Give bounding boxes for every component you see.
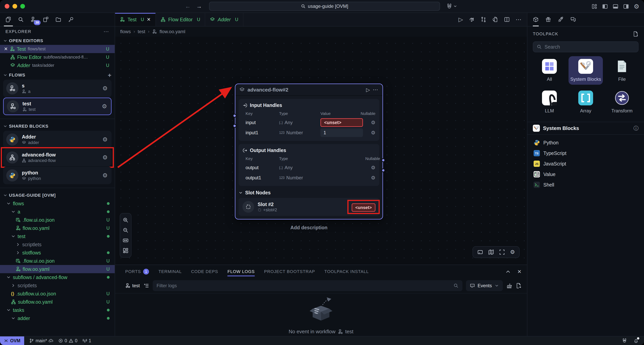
minimap-icon[interactable]	[488, 249, 494, 255]
flow-settings-icon[interactable]: ⚙	[102, 86, 108, 91]
toolpack-category-card[interactable]: System Blocks	[568, 56, 603, 85]
node-header[interactable]: advanced-flow#2 ▷ ⋯	[236, 84, 382, 96]
slot-value-badge[interactable]: <unset>	[352, 203, 376, 212]
node-more-icon[interactable]: ⋯	[373, 87, 378, 93]
remote-indicator[interactable]: OVM	[0, 336, 24, 345]
flow-node-advanced-flow[interactable]: advanced-flow#2 ▷ ⋯ Input Handles Key	[235, 84, 383, 219]
log-outline-icon[interactable]	[143, 283, 149, 289]
maximize-panel-icon[interactable]	[505, 269, 511, 274]
open-editors-header[interactable]: OPEN EDITORS	[0, 37, 115, 45]
toolpack-category-card[interactable]: File	[605, 56, 639, 85]
console-toggle-icon[interactable]	[477, 249, 483, 255]
chat-tab-icon[interactable]	[570, 13, 576, 26]
close-panel-icon[interactable]: ✕	[517, 269, 522, 275]
block-settings-icon[interactable]: ⚙	[102, 155, 108, 160]
system-block-item[interactable]: Shell	[527, 180, 644, 190]
system-block-item[interactable]: JavaScript	[527, 158, 644, 169]
flow-card[interactable]: s a ⚙	[3, 80, 112, 97]
toggle-secondary-sidebar-icon[interactable]	[623, 4, 629, 9]
handle-value-field[interactable]: 1	[320, 128, 363, 137]
git-branch-item[interactable]: main*	[29, 338, 53, 343]
toggle-sidebar-icon[interactable]	[602, 4, 608, 9]
clear-logs-icon[interactable]	[506, 283, 512, 289]
tree-item[interactable]: slotflows	[0, 249, 115, 257]
canvas-settings-icon[interactable]: ⚙	[510, 249, 515, 255]
extensions-activity-icon[interactable]	[42, 13, 50, 26]
flows-activity-icon[interactable]: 38	[30, 13, 37, 26]
problems-item[interactable]: 0 0	[58, 338, 78, 343]
toolpack-category-card[interactable]: LLM	[532, 88, 566, 116]
editor-tab[interactable]: Flow Editor U	[156, 13, 205, 26]
breadcrumb-folder[interactable]: test	[138, 29, 145, 34]
notifications-bell-icon[interactable]	[634, 338, 638, 343]
open-editor-item[interactable]: Adder tasks/adder U	[0, 61, 115, 70]
block-settings-icon[interactable]: ⚙	[102, 173, 108, 178]
handle-settings-icon[interactable]: ⚙	[365, 175, 376, 180]
auto-layout-icon[interactable]	[120, 245, 131, 256]
close-editor-icon[interactable]: ✕	[4, 46, 8, 52]
input-connection-handle[interactable]	[233, 114, 236, 118]
toolpack-category-card[interactable]: All	[532, 56, 566, 85]
search-activity-icon[interactable]	[17, 13, 24, 26]
panel-tab[interactable]: CODE DEPS	[191, 265, 218, 278]
tree-item[interactable]: subflow.oo.yaml U	[0, 298, 115, 306]
toolpack-tab-icon[interactable]	[533, 13, 539, 26]
editor-tab[interactable]: Test U ✕	[115, 13, 156, 26]
split-editor-icon[interactable]	[504, 17, 510, 23]
flows-header[interactable]: FLOWS +	[0, 71, 115, 79]
slot-node-row[interactable]: Slot #2 +slot#2 <unset>	[238, 198, 379, 216]
history-forward-button[interactable]: →	[196, 3, 202, 10]
flow-card[interactable]: test test ⚙	[3, 98, 112, 115]
tree-item[interactable]: tasks	[0, 306, 115, 314]
open-changes-icon[interactable]	[492, 17, 498, 23]
shared-block-card[interactable]: python python ⚙	[3, 167, 112, 184]
export-logs-icon[interactable]	[516, 283, 522, 289]
panel-tab[interactable]: PORTS 1	[125, 265, 149, 278]
tree-item[interactable]: .flow.ui.oo.json U	[0, 257, 115, 265]
handle-settings-icon[interactable]: ⚙	[365, 165, 376, 170]
folder-activity-icon[interactable]	[54, 13, 62, 26]
chevron-down-icon[interactable]	[238, 191, 243, 195]
tree-item[interactable]: flows	[0, 199, 115, 208]
editor-tab[interactable]: Adder U	[205, 13, 243, 26]
toolpack-category-card[interactable]: Array	[568, 88, 603, 116]
breadcrumb-folder[interactable]: flows	[120, 29, 131, 34]
system-block-item[interactable]: Python	[527, 137, 644, 148]
compare-changes-icon[interactable]	[480, 17, 486, 23]
system-block-item[interactable]: Value	[527, 169, 644, 180]
customize-layout-icon[interactable]	[592, 4, 598, 9]
shared-block-card[interactable]: Adder adder ⚙	[3, 131, 112, 148]
debug-run-icon[interactable]	[469, 17, 475, 23]
command-center-search[interactable]: usage-guide [OVM]	[209, 2, 440, 11]
zoom-in-icon[interactable]	[120, 215, 131, 225]
tree-item[interactable]: a	[0, 208, 115, 216]
handle-value-field[interactable]: <unset>	[320, 118, 363, 127]
system-block-item[interactable]: TypeScript	[527, 148, 644, 158]
toolpack-category-card[interactable]: Transform	[605, 88, 639, 116]
assistant-icon[interactable]	[622, 338, 627, 343]
panel-tab[interactable]: TOOLPACK INSTALL	[324, 265, 369, 278]
editor-more-icon[interactable]: ⋯	[516, 17, 522, 23]
marketplace-tab-icon[interactable]	[545, 13, 551, 26]
new-toolpack-icon[interactable]	[633, 31, 638, 37]
flow-settings-icon[interactable]: ⚙	[102, 103, 107, 109]
assistant-menu[interactable]	[446, 3, 457, 9]
minimize-window-button[interactable]	[12, 4, 17, 9]
settings-gear-icon[interactable]: ⚙	[634, 3, 639, 10]
tree-item[interactable]: adder	[0, 314, 115, 322]
keys-activity-icon[interactable]	[67, 13, 74, 26]
handle-settings-icon[interactable]: ⚙	[365, 130, 376, 135]
fullscreen-icon[interactable]	[499, 249, 505, 255]
add-flow-icon[interactable]: +	[108, 72, 112, 78]
deploy-tab-icon[interactable]	[558, 13, 564, 26]
tree-item[interactable]: scriptlets	[0, 240, 115, 249]
tree-item[interactable]: .flow.ui.oo.json U	[0, 216, 115, 224]
tree-item[interactable]: {} .subflow.ui.oo.json U	[0, 289, 115, 298]
panel-tab[interactable]: TERMINAL	[158, 265, 182, 278]
open-editor-item[interactable]: ✕ Test flows/test U	[0, 45, 115, 53]
output-connection-handle[interactable]	[381, 168, 385, 172]
panel-tab[interactable]: PROJECT BOOTSTRAP	[264, 265, 315, 278]
shared-block-card[interactable]: advanced-flow advanced-flow ⚙	[3, 149, 112, 166]
open-editor-item[interactable]: Flow Editor subflows/advanced-fl… U	[0, 53, 115, 61]
events-filter-dropdown[interactable]: Events	[466, 280, 503, 291]
